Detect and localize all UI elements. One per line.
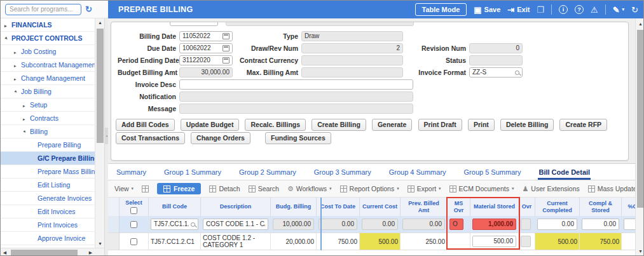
- billing-date-input[interactable]: 11052022: [179, 31, 233, 41]
- scrollbar-thumb[interactable]: [637, 30, 644, 208]
- scroll-right-icon[interactable]: ▶: [86, 248, 95, 256]
- sidebar-item-job-costing[interactable]: Job Costing: [1, 45, 95, 58]
- current-cost-cell[interactable]: 500.00: [360, 233, 401, 250]
- sync-icon[interactable]: ↻: [631, 6, 638, 14]
- sidebar-item-approve-invoice[interactable]: Approve Invoice: [1, 232, 95, 245]
- recalc-billings-button[interactable]: Recalc. Billings: [245, 119, 306, 131]
- view-menu-button[interactable]: View ▾: [114, 185, 134, 192]
- column-header-material-stored[interactable]: Material Stored: [470, 198, 519, 216]
- select-column-header[interactable]: Select: [120, 198, 149, 216]
- bill-code-cell[interactable]: TJ57.CC1.2.C1: [149, 233, 201, 250]
- sidebar-item-print-invoices[interactable]: Print Invoices: [1, 219, 95, 232]
- forms-icon[interactable]: ❐: [537, 6, 544, 14]
- caret-collapsed-icon[interactable]: [23, 113, 30, 125]
- sidebar-item-gc-prepare-billing[interactable]: G/C Prepare Billing: [1, 152, 95, 165]
- column-header-description[interactable]: Description: [201, 198, 271, 216]
- material-stored-input[interactable]: 1,000.00: [472, 219, 516, 230]
- change-orders-button[interactable]: Change Orders: [191, 132, 250, 144]
- main-vertical-scrollbar[interactable]: ▲ ▼: [635, 18, 644, 256]
- caret-collapsed-icon[interactable]: [14, 46, 21, 58]
- sidebar-horizontal-scrollbar[interactable]: ◀ ▶: [1, 248, 104, 256]
- search-button[interactable]: Search: [249, 185, 279, 192]
- column-header-bill-code[interactable]: Bill Code: [149, 198, 201, 216]
- prev-billed-amt-cell[interactable]: 250.00: [401, 233, 448, 250]
- exit-button[interactable]: ⇥ Exit: [507, 6, 530, 14]
- table-mode-button[interactable]: Table Mode: [415, 3, 467, 16]
- select-all-checkbox[interactable]: [130, 207, 137, 214]
- column-header-ms-ovr[interactable]: MS Ovr: [448, 198, 470, 216]
- sidebar-item-project-controls[interactable]: PROJECT CONTROLS: [1, 32, 95, 45]
- compl-stored-input[interactable]: 0.00: [582, 219, 619, 230]
- sidebar-item-change-management[interactable]: Change Management: [1, 72, 95, 85]
- column-header-cost-to-date[interactable]: Cost To Date: [317, 198, 360, 216]
- sidebar-item-setup[interactable]: Setup: [1, 98, 95, 112]
- due-date-input[interactable]: 10062022: [179, 43, 233, 53]
- compl-stored-cell[interactable]: 750.00: [580, 233, 622, 250]
- grid-select-icon-button[interactable]: [142, 185, 149, 192]
- period-ending-date-input[interactable]: 31122020: [179, 55, 233, 65]
- grid-row-1[interactable]: TJ57.CC1.1.C1 COST CODE 1.1 - CATEGORY 1…: [108, 216, 635, 233]
- search-lookup-icon[interactable]: [515, 71, 519, 75]
- mass-update-button[interactable]: Mass Update: [588, 185, 637, 192]
- user-extensions-button[interactable]: ♟ User Extensions: [522, 185, 579, 192]
- update-budget-button[interactable]: Update Budget: [181, 119, 240, 131]
- export-menu-button[interactable]: Export ▾: [408, 185, 441, 192]
- print-button[interactable]: Print: [468, 119, 495, 131]
- sidebar-item-job-billing[interactable]: Job Billing: [1, 85, 95, 98]
- refresh-programs-icon[interactable]: ↻: [85, 4, 92, 14]
- column-header-budg-billing[interactable]: Budg. Billing: [271, 198, 317, 216]
- scrollbar-thumb[interactable]: [97, 29, 104, 143]
- row-handle[interactable]: [108, 233, 120, 250]
- bill-code-input[interactable]: TJ57.CC1.1.C1: [151, 219, 198, 230]
- row-select-checkbox[interactable]: [130, 238, 137, 245]
- column-header-ovr[interactable]: Ovr: [519, 198, 535, 216]
- scroll-up-icon[interactable]: ▲: [95, 18, 105, 27]
- tab-bill-code-detail[interactable]: Bill Code Detail: [538, 165, 591, 180]
- cost-to-date-cell[interactable]: 750.00: [317, 233, 360, 250]
- tab-group-3-summary[interactable]: Group 3 Summary: [313, 165, 372, 180]
- scroll-down-icon[interactable]: ▼: [636, 247, 644, 255]
- lookup-icon[interactable]: [191, 222, 195, 227]
- sidebar-item-subcontract-management[interactable]: Subcontract Management: [1, 58, 95, 72]
- description-input[interactable]: COST CODE 1.1 - CATEGORY 1: [203, 219, 268, 230]
- description-cell[interactable]: COST CODE 1.2 - CATEGORY 1: [201, 233, 271, 250]
- tab-summary[interactable]: Summary: [116, 165, 147, 180]
- row-handle[interactable]: [108, 216, 120, 232]
- funding-sources-button[interactable]: Funding Sources: [265, 132, 331, 144]
- sidebar-item-prepare-billing[interactable]: Prepare Billing: [1, 138, 95, 152]
- sidebar-vertical-scrollbar[interactable]: ▲ ▼: [95, 18, 104, 248]
- tab-group-4-summary[interactable]: Group 4 Summary: [388, 165, 447, 180]
- sidebar-item-prepare-mass-billing[interactable]: Prepare Mass Billing: [1, 165, 95, 179]
- column-header-current-cost[interactable]: Current Cost: [360, 198, 401, 216]
- warning-icon[interactable]: ⚠: [591, 6, 598, 14]
- grid-row-2[interactable]: TJ57.CC1.2.C1 COST CODE 1.2 - CATEGORY 1…: [108, 233, 635, 250]
- print-draft-button[interactable]: Print Draft: [418, 119, 462, 131]
- ms-ovr-flag[interactable]: O: [449, 219, 463, 230]
- report-options-menu-button[interactable]: Report Options ▾: [340, 185, 399, 192]
- freeze-button[interactable]: Freeze: [157, 183, 201, 194]
- calendar-icon[interactable]: [223, 57, 230, 64]
- current-completed-input[interactable]: 0.00: [537, 219, 577, 230]
- sidebar-item-edit-listing[interactable]: Edit Listing: [1, 179, 95, 192]
- help-icon[interactable]: ?: [575, 5, 584, 14]
- create-billing-button[interactable]: Create Billing: [312, 119, 366, 131]
- column-header-compl-stored[interactable]: Compl & Stored: [580, 198, 622, 216]
- add-bill-codes-button[interactable]: Add Bill Codes: [116, 119, 175, 131]
- save-button[interactable]: ▣ Save: [474, 6, 500, 14]
- scroll-up-icon[interactable]: ▲: [636, 20, 644, 28]
- budg-billing-cell[interactable]: 20,000.00: [271, 233, 317, 250]
- calendar-icon[interactable]: [223, 45, 230, 51]
- invoice-desc-input[interactable]: [179, 79, 413, 90]
- caret-collapsed-icon[interactable]: [4, 20, 11, 32]
- info-icon[interactable]: i: [559, 5, 568, 14]
- calendar-icon[interactable]: [223, 33, 230, 39]
- column-header-current-completed[interactable]: Current Completed: [535, 198, 580, 216]
- generate-button[interactable]: Generate: [372, 119, 413, 131]
- invoice-format-input[interactable]: ZZ-S: [469, 67, 523, 77]
- current-completed-cell[interactable]: 500.00: [535, 233, 580, 250]
- tab-group-5-summary[interactable]: Group 5 Summary: [463, 165, 522, 180]
- sidebar-item-billing[interactable]: Billing: [1, 125, 95, 138]
- tab-group-2-summary[interactable]: Group 2 Summary: [238, 165, 297, 180]
- scroll-left-icon[interactable]: ◀: [1, 248, 9, 256]
- sidebar-item-edit-invoices[interactable]: Edit Invoices: [1, 205, 95, 219]
